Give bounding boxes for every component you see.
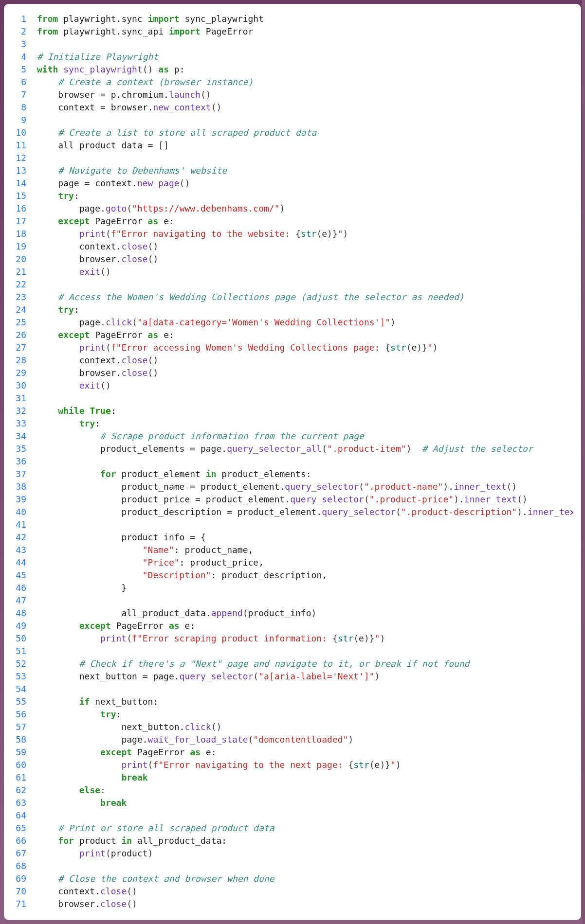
token-kw: import [148, 14, 180, 24]
token-pun: ( [253, 671, 258, 681]
token-pln [37, 785, 79, 795]
token-pln [37, 570, 143, 580]
token-type: str [301, 229, 317, 239]
line-number: 39 [9, 493, 37, 506]
code-text: try: [37, 708, 573, 721]
token-kw: try [79, 418, 95, 428]
code-text: page.click("a[data-category='Women's Wed… [37, 316, 573, 329]
code-text: except PageError as e: [37, 329, 573, 341]
code-line: 3 [9, 38, 573, 51]
code-text: } [37, 582, 573, 594]
token-str: "domcontentloaded" [253, 734, 348, 745]
token-fn: close [121, 368, 147, 378]
token-kw: from [37, 26, 58, 36]
token-pln [37, 330, 58, 340]
line-number: 56 [9, 708, 37, 721]
line-number: 36 [9, 455, 37, 468]
token-fn: close [121, 254, 147, 264]
token-pln: product_info = { [37, 532, 206, 542]
line-number: 63 [9, 797, 37, 809]
token-pln: playwright.sync [58, 14, 147, 24]
token-pun: ) [443, 481, 448, 492]
token-str: "a[data-category='Women's Wedding Collec… [137, 317, 390, 327]
token-pun: ( [364, 494, 369, 504]
code-text: product_name = product_element.query_sel… [37, 480, 573, 493]
token-pln: context. [37, 241, 121, 251]
token-pln: product_description = product_element. [37, 507, 322, 517]
code-line: 67 print(product) [9, 847, 573, 860]
code-line: 2from playwright.sync_api import PageErr… [9, 25, 573, 38]
line-number: 33 [9, 417, 37, 430]
line-number: 31 [9, 392, 37, 405]
code-text: while True: [37, 405, 573, 417]
token-pln [37, 127, 58, 138]
token-pun: ( [132, 317, 137, 327]
code-line: 1from playwright.sync import sync_playwr… [9, 13, 573, 25]
token-pln: next_button: [90, 696, 158, 707]
token-kw: break [100, 798, 127, 808]
code-text: break [37, 797, 573, 809]
line-number: 67 [9, 847, 37, 860]
token-bool: True [90, 406, 110, 416]
token-pln [37, 696, 79, 707]
code-line: 68 [9, 860, 573, 872]
code-line: 11 all_product_data = [] [9, 139, 573, 152]
token-pln [58, 64, 63, 74]
token-str: "a[aria-label='Next']" [258, 671, 374, 681]
token-pun: () [148, 355, 159, 365]
token-cmt: # Check if there's a "Next" page and nav… [79, 658, 470, 669]
token-fn: wait_for_load_state [148, 734, 248, 745]
token-str: "Description" [143, 570, 211, 580]
token-fn: exit [79, 380, 100, 391]
token-pln: playwright.sync_api [58, 26, 169, 36]
code-line: 21 exit() [9, 266, 573, 278]
token-fn: append [211, 608, 243, 618]
code-line: 36 [9, 455, 573, 468]
code-line: 69 # Close the context and browser when … [9, 872, 573, 885]
token-fn: inner_text [528, 507, 573, 517]
token-pun: () [201, 89, 211, 100]
code-line: 43 "Name": product_name, [9, 544, 573, 556]
code-line: 14 page = context.new_page() [9, 177, 573, 190]
token-pln: all_product_data = [] [37, 140, 169, 150]
code-line: 56 try: [9, 708, 573, 721]
token-str: ".product-description" [401, 507, 517, 517]
code-line: 38 product_name = product_element.query_… [9, 480, 573, 493]
token-pun: ) [406, 444, 412, 454]
code-line: 17 except PageError as e: [9, 215, 573, 228]
token-pln [37, 621, 79, 631]
token-pln [85, 406, 90, 416]
token-kw: for [100, 469, 116, 479]
token-pun: ) [396, 760, 401, 770]
token-pln: : product_name, [174, 545, 254, 555]
token-pln [37, 216, 58, 226]
line-number: 21 [9, 266, 37, 278]
token-pln [37, 798, 100, 808]
token-kw: in [121, 835, 132, 846]
token-kw: as [158, 64, 169, 74]
token-pun: ( [353, 633, 359, 643]
code-line: 53 next_button = page.query_selector("a[… [9, 670, 573, 683]
token-pln [37, 342, 79, 353]
code-line: 49 except PageError as e: [9, 620, 573, 632]
code-text: print(f"Error navigating to the website:… [37, 228, 573, 240]
line-number: 8 [9, 101, 37, 114]
token-str: ".product-item" [327, 444, 406, 454]
token-cmt: # Create a list to store all scraped pro… [58, 127, 316, 138]
token-pln [37, 292, 58, 302]
code-text: from playwright.sync import sync_playwri… [37, 13, 573, 25]
token-pln [37, 835, 58, 846]
code-text: # Initialize Playwright [37, 51, 573, 63]
code-text [37, 114, 573, 126]
token-pln: : [74, 304, 79, 315]
token-pln: . [448, 481, 454, 492]
token-pln: product_elements = page. [37, 444, 227, 454]
code-line: 66 for product in all_product_data: [9, 835, 573, 847]
code-text: context.close() [37, 240, 573, 253]
code-text [37, 809, 573, 822]
token-kw: import [169, 26, 201, 36]
token-pln: : [111, 406, 116, 416]
code-text [37, 860, 573, 872]
code-line: 31 [9, 392, 573, 405]
line-number: 13 [9, 164, 37, 177]
